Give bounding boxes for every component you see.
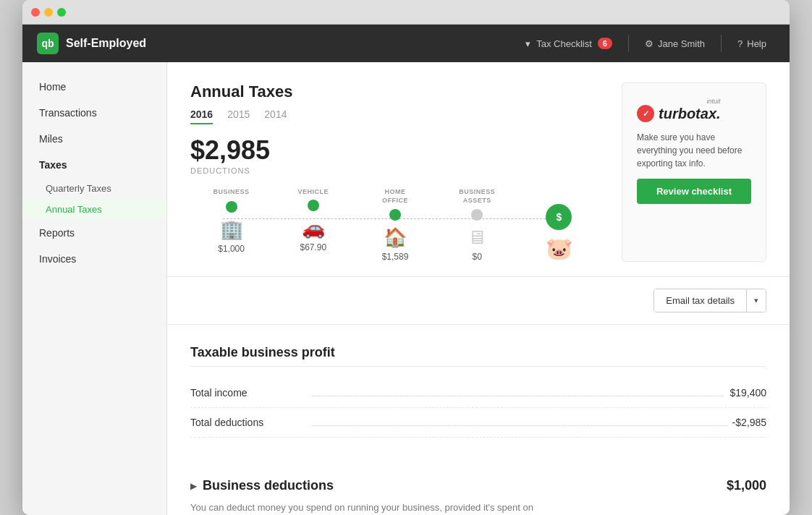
vehicle-icon: 🚗	[302, 217, 325, 239]
close-button[interactable]	[31, 8, 40, 17]
business-assets-icon: 🖥	[468, 226, 486, 249]
review-checklist-button[interactable]: Review checklist	[637, 179, 751, 204]
business-deductions-amount: $1,000	[727, 478, 766, 493]
flow-item-total: $ 🐷	[518, 188, 600, 261]
user-settings-button[interactable]: ⚙ Jane Smith	[636, 34, 714, 54]
sidebar-sub-label: Annual Taxes	[46, 204, 102, 215]
sidebar-item-reports[interactable]: Reports	[22, 220, 166, 246]
total-income-label: Total income	[190, 387, 306, 399]
annual-taxes-title: Annual Taxes	[190, 82, 600, 101]
traffic-lights	[31, 8, 66, 17]
email-dropdown-button[interactable]: ▾	[746, 289, 766, 312]
sidebar-item-label: Invoices	[39, 253, 76, 265]
business-icon: 🏢	[220, 218, 243, 241]
flow-label-vehicle: VEHICLE	[298, 188, 329, 195]
business-deductions-section: ▶ Business deductions $1,000 You can ded…	[167, 458, 790, 515]
turbotax-logo: intuit ✓ turbotax.	[637, 98, 751, 122]
turbotax-logo-text: turbotax.	[659, 106, 721, 122]
line-dots	[312, 396, 724, 396]
sidebar-item-label: Transactions	[39, 107, 97, 119]
flow-amount-home-office: $1,589	[382, 252, 409, 262]
nav-divider-2	[721, 35, 722, 52]
navbar: qb Self-Employed ▾ Tax Checklist 6 ⚙ Jan…	[22, 25, 790, 62]
total-deductions-row: Total deductions -$2,985	[190, 408, 766, 438]
flow-label-business-assets: BUSINESSASSETS	[459, 188, 495, 205]
year-tabs: 2016 2015 2014	[190, 108, 600, 124]
logo-area: qb Self-Employed	[37, 33, 517, 54]
dropdown-arrow-icon: ▾	[525, 38, 530, 49]
flow-dot-business	[226, 201, 237, 213]
year-tab-2016[interactable]: 2016	[190, 108, 213, 124]
sidebar-item-transactions[interactable]: Transactions	[22, 100, 166, 126]
flow-dot-vehicle	[308, 200, 319, 211]
nav-right: ▾ Tax Checklist 6 ⚙ Jane Smith ? Help	[517, 33, 775, 54]
email-tax-details-button[interactable]: Email tax details	[654, 289, 746, 312]
turbotax-panel: intuit ✓ turbotax. Make sure you have ev…	[622, 82, 766, 262]
turbotax-description: Make sure you have everything you need b…	[637, 131, 751, 170]
turbotax-checkmark-icon: ✓	[637, 105, 654, 122]
help-label: Help	[747, 38, 766, 49]
total-income-row: Total income $19,400	[190, 378, 766, 408]
sidebar-item-label: Miles	[39, 133, 63, 145]
flow-label-home-office: HOMEOFFICE	[382, 188, 408, 205]
nav-divider	[628, 35, 629, 52]
help-button[interactable]: ? Help	[729, 34, 775, 54]
deductions-label: DEDUCTIONS	[190, 166, 600, 175]
help-icon: ?	[737, 38, 743, 49]
sidebar-item-invoices[interactable]: Invoices	[22, 246, 166, 272]
app-body: Home Transactions Miles Taxes Quarterly …	[22, 62, 790, 515]
business-deductions-description: You can deduct money you spend on runnin…	[190, 502, 766, 515]
year-tab-2015[interactable]: 2015	[227, 108, 250, 124]
app-title: Self-Employed	[66, 37, 146, 50]
flow-amount-business: $1,000	[218, 244, 245, 254]
flow-item-business-assets[interactable]: BUSINESSASSETS 🖥 $0	[436, 188, 518, 262]
sidebar-item-quarterly-taxes[interactable]: Quarterly Taxes	[22, 178, 166, 199]
title-bar	[22, 0, 790, 25]
pig-icon: 🐷	[546, 236, 572, 261]
email-btn-group: Email tax details ▾	[654, 289, 766, 312]
main-content: Annual Taxes 2016 2015 2014 $2,985 DEDUC…	[167, 62, 790, 515]
flow-item-vehicle[interactable]: VEHICLE 🚗 $67.90	[272, 188, 354, 252]
sidebar-item-annual-taxes[interactable]: Annual Taxes	[22, 199, 166, 220]
business-deductions-header: ▶ Business deductions $1,000	[190, 478, 766, 502]
chevron-right-icon[interactable]: ▶	[190, 481, 197, 491]
email-section: Email tax details ▾	[167, 277, 790, 325]
total-income-value: $19,400	[729, 387, 766, 399]
tax-checklist-label: Tax Checklist	[536, 38, 592, 49]
flow-amount-vehicle: $67.90	[300, 242, 326, 252]
sidebar-item-label: Reports	[39, 227, 75, 239]
annual-taxes-section: Annual Taxes 2016 2015 2014 $2,985 DEDUC…	[167, 62, 790, 277]
turbotax-brand: intuit	[707, 98, 721, 105]
tax-checklist-badge: 6	[598, 38, 612, 49]
sidebar: Home Transactions Miles Taxes Quarterly …	[22, 62, 167, 515]
year-tab-2014[interactable]: 2014	[264, 108, 287, 124]
line-dots-2	[312, 425, 727, 426]
sidebar-sub-label: Quarterly Taxes	[46, 183, 111, 194]
flow-label-business: BUSINESS	[213, 188, 250, 197]
maximize-button[interactable]	[57, 8, 66, 17]
business-deductions-title: Business deductions	[203, 478, 727, 493]
flow-item-home-office[interactable]: HOMEOFFICE 🏠 $1,589	[354, 188, 436, 262]
taxable-profit-section: Taxable business profit Total income $19…	[167, 325, 790, 458]
sidebar-item-home[interactable]: Home	[22, 74, 166, 100]
sidebar-item-label: Taxes	[39, 159, 67, 171]
taxable-profit-title: Taxable business profit	[190, 345, 766, 367]
minimize-button[interactable]	[44, 8, 53, 17]
sidebar-item-label: Home	[39, 81, 66, 93]
gear-icon: ⚙	[645, 38, 654, 49]
dollar-circle: $	[546, 204, 572, 230]
sidebar-item-taxes[interactable]: Taxes	[22, 152, 166, 178]
sidebar-item-miles[interactable]: Miles	[22, 126, 166, 152]
total-deductions-label: Total deductions	[190, 417, 306, 428]
app-window: qb Self-Employed ▾ Tax Checklist 6 ⚙ Jan…	[22, 0, 790, 515]
user-name: Jane Smith	[658, 38, 705, 49]
qb-logo-icon: qb	[37, 33, 59, 54]
total-deductions-value: -$2,985	[732, 417, 766, 428]
annual-taxes-left: Annual Taxes 2016 2015 2014 $2,985 DEDUC…	[190, 82, 600, 262]
flow-item-business[interactable]: BUSINESS 🏢 $1,000	[190, 188, 272, 254]
deductions-flow: BUSINESS 🏢 $1,000 VEHICLE 🚗 $67.90	[190, 188, 600, 262]
flow-amount-business-assets: $0	[473, 252, 482, 262]
tax-checklist-button[interactable]: ▾ Tax Checklist 6	[517, 33, 621, 54]
deductions-amount: $2,985	[190, 137, 600, 163]
home-office-icon: 🏠	[384, 226, 407, 249]
